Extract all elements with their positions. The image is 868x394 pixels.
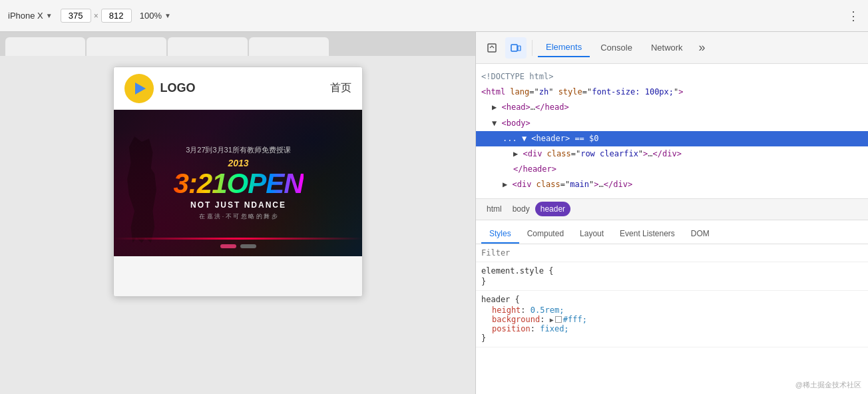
banner-sub2: 在 嘉 洪 · 不 可 忽 略 的 舞 步 [173, 212, 303, 221]
dom-line-doctype: <!DOCTYPE html> [476, 69, 868, 85]
banner-dots [220, 244, 256, 248]
devtools-panel: Elements Console Network » <!DOCTYPE htm… [475, 32, 868, 394]
width-input[interactable] [61, 9, 91, 23]
css-selector-header: header { [481, 295, 863, 304]
dom-line-body[interactable]: ▼ <body> [476, 116, 868, 131]
tab-elements[interactable]: Elements [538, 38, 590, 57]
browser-tab-3[interactable] [168, 37, 248, 56]
devtools-top-tabs: Elements Console Network » [476, 32, 868, 64]
phone-frame: LOGO 首页 3月27到3月31所有教师免费授课 [113, 67, 363, 297]
top-toolbar: iPhone X ▼ × 100% ▼ ⋮ [0, 0, 868, 32]
background-arrow-icon[interactable]: ▶ [550, 316, 554, 323]
main-layout: LOGO 首页 3月27到3月31所有教师免费授课 [0, 32, 868, 394]
dom-line-html[interactable]: <html lang="zh" style="font-size: 100px;… [476, 85, 868, 100]
inner-tab-dom[interactable]: DOM [683, 225, 718, 244]
cursor-tool-button[interactable] [481, 37, 503, 59]
inner-tab-event-listeners[interactable]: Event Listeners [612, 225, 683, 244]
logo-label: LOGO [160, 81, 196, 95]
inner-tab-styles[interactable]: Styles [481, 225, 519, 244]
css-prop-height: height: 0.5rem; [481, 305, 863, 315]
banner-year: 2013 [228, 158, 248, 168]
more-tabs-button[interactable]: » [694, 41, 711, 55]
breadcrumbs: html body header [476, 199, 868, 220]
phone-banner: 3月27到3月31所有教师免费授课 2013 3:21OPEN NOT JUST… [114, 110, 363, 256]
tab-separator-1 [532, 40, 533, 56]
svg-rect-1 [511, 45, 517, 51]
css-block-element-style: element.style { } [476, 262, 868, 291]
inner-tabs: Styles Computed Layout Event Listeners D… [476, 220, 868, 244]
device-chevron: ▼ [46, 12, 53, 19]
dom-line-div-main[interactable]: ▶ <div class="main">…</div> [476, 177, 868, 192]
dom-line-div-row[interactable]: ▶ <div class="row clearfix">…</div> [476, 146, 868, 162]
background-color-swatch[interactable] [555, 316, 562, 323]
banner-dot-active[interactable] [220, 244, 236, 248]
banner-content: 3月27到3月31所有教师免费授课 2013 3:21OPEN NOT JUST… [160, 145, 316, 221]
filter-input[interactable] [481, 248, 863, 258]
css-close-brace-header: } [481, 333, 863, 343]
more-options-button[interactable]: ⋮ [847, 9, 860, 23]
styles-panel-wrapper: element.style { } header { height: 0.5re… [476, 244, 868, 395]
svg-rect-0 [488, 44, 496, 52]
device-mode-button[interactable] [505, 37, 527, 59]
banner-date: 3月27到3月31所有教师免费授课 [173, 145, 303, 155]
zoom-chevron: ▼ [164, 12, 171, 19]
css-selector-element: element.style { [481, 266, 863, 276]
banner-light-line [114, 238, 363, 240]
browser-tab-2[interactable] [87, 37, 166, 56]
dimension-separator: × [94, 11, 99, 21]
dom-tree: <!DOCTYPE html> <html lang="zh" style="f… [476, 64, 868, 199]
browser-panel: LOGO 首页 3月27到3月31所有教师免费授课 [0, 32, 475, 394]
logo-circle [124, 74, 154, 103]
browser-tabs [0, 32, 475, 56]
device-selector[interactable]: iPhone X ▼ [8, 11, 53, 21]
inner-tab-layout[interactable]: Layout [572, 225, 612, 244]
breadcrumb-body[interactable]: body [507, 202, 535, 216]
banner-dot-inactive[interactable] [240, 244, 256, 248]
nav-home[interactable]: 首页 [330, 81, 351, 95]
zoom-level: 100% [140, 11, 162, 21]
banner-year-row: 2013 [173, 158, 303, 168]
phone-header: LOGO 首页 [114, 67, 362, 110]
dimension-box: × [61, 9, 132, 23]
dancer-silhouette [124, 136, 160, 243]
banner-main-title: 3:21OPEN [173, 170, 303, 198]
dom-line-head[interactable]: ▶ <head>…</head> [476, 100, 868, 115]
breadcrumb-header[interactable]: header [535, 202, 570, 216]
tab-console[interactable]: Console [592, 39, 640, 57]
filter-row [476, 244, 868, 262]
phone-gray-section [114, 256, 362, 296]
phone-container: LOGO 首页 3月27到3月31所有教师免费授课 [0, 56, 475, 394]
logo-play-icon [135, 83, 146, 95]
banner-subtitle: NOT JUST NDANCE [173, 200, 303, 210]
css-close-brace-element: } [481, 277, 863, 286]
browser-tab-4[interactable] [249, 37, 329, 56]
styles-panel: element.style { } header { height: 0.5re… [476, 244, 868, 395]
css-prop-background: background: ▶ #fff; [481, 315, 863, 325]
height-input[interactable] [101, 9, 132, 23]
zoom-selector[interactable]: 100% ▼ [140, 11, 171, 21]
dom-line-header[interactable]: ... ▼ <header> == $0 [476, 131, 868, 146]
svg-rect-2 [518, 46, 521, 51]
device-name: iPhone X [8, 11, 43, 21]
css-block-header: header { height: 0.5rem; background: ▶ #… [476, 291, 868, 348]
browser-tab-1[interactable] [5, 37, 85, 56]
breadcrumb-html[interactable]: html [481, 202, 507, 216]
dom-line-header-close[interactable]: </header> [476, 162, 868, 177]
tab-network[interactable]: Network [643, 39, 691, 57]
watermark: @稀土掘金技术社区 [795, 380, 861, 390]
css-prop-position: position: fixed; [481, 324, 863, 333]
inner-tab-computed[interactable]: Computed [519, 225, 572, 244]
